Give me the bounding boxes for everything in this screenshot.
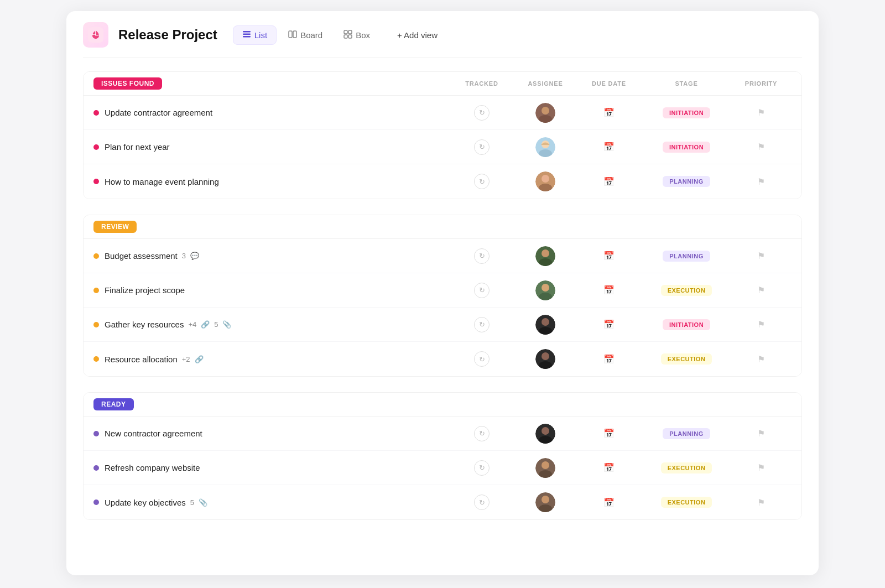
priority-cell: ⚑	[731, 176, 792, 187]
task-dot	[93, 356, 99, 362]
flag-icon[interactable]: ⚑	[757, 176, 765, 187]
table-row[interactable]: New contractor agreement ↻ 📅 PLANN	[84, 417, 801, 451]
stage-cell: INITIATION	[642, 319, 731, 330]
table-row[interactable]: How to manage event planning ↻ 📅 P	[84, 164, 801, 199]
svg-rect-8	[344, 35, 347, 38]
table-row[interactable]: Update contractor agreement ↻ 📅 IN	[84, 96, 801, 130]
task-dot	[93, 179, 99, 184]
table-row[interactable]: Refresh company website ↻ 📅 EXECUT	[84, 451, 801, 485]
add-view-button[interactable]: + Add view	[389, 27, 445, 44]
stage-badge[interactable]: PLANNING	[663, 428, 710, 439]
tracked-icon[interactable]: ↻	[474, 495, 490, 510]
tracked-icon[interactable]: ↻	[474, 139, 490, 155]
avatar[interactable]	[535, 492, 555, 512]
review-header-row: REVIEW	[84, 215, 801, 239]
flag-icon[interactable]: ⚑	[757, 251, 765, 261]
avatar[interactable]	[535, 315, 555, 335]
tracked-icon[interactable]: ↻	[474, 105, 490, 121]
issues-badge: ISSUES FOUND	[93, 77, 162, 90]
calendar-icon[interactable]: 📅	[603, 319, 615, 330]
tab-list[interactable]: List	[233, 25, 277, 45]
tab-board[interactable]: Board	[279, 25, 332, 45]
flag-icon[interactable]: ⚑	[757, 107, 765, 118]
avatar[interactable]	[535, 458, 555, 478]
calendar-icon[interactable]: 📅	[603, 285, 615, 295]
stage-cell: INITIATION	[642, 142, 731, 153]
task-name: Update key objectives 5 📎	[105, 498, 207, 507]
table-row[interactable]: Plan for next year ↻ 📅 INITIATION	[84, 130, 801, 164]
group-issues-found: ISSUES FOUND TRACKED ASSIGNEE DUE DATE S…	[83, 71, 802, 199]
tracked-icon[interactable]: ↻	[474, 317, 490, 332]
avatar[interactable]	[535, 280, 555, 300]
flag-icon[interactable]: ⚑	[757, 142, 765, 152]
tracked-icon[interactable]: ↻	[474, 351, 490, 367]
calendar-icon[interactable]: 📅	[603, 251, 615, 261]
avatar[interactable]	[535, 137, 555, 157]
tracked-icon[interactable]: ↻	[474, 426, 490, 441]
assignee-cell	[515, 246, 576, 266]
stage-badge[interactable]: INITIATION	[663, 142, 710, 153]
table-row[interactable]: Budget assessment 3 💬 ↻ 📅	[84, 239, 801, 273]
calendar-icon[interactable]: 📅	[603, 428, 615, 439]
col-assignee: ASSIGNEE	[515, 80, 576, 87]
calendar-icon[interactable]: 📅	[603, 354, 615, 365]
flag-icon[interactable]: ⚑	[757, 285, 765, 295]
calendar-icon[interactable]: 📅	[603, 462, 615, 473]
col-priority: PRIORITY	[731, 80, 792, 87]
review-table: REVIEW Budget assessment 3 💬 ↻	[83, 215, 802, 377]
table-row[interactable]: Gather key resources +4 🔗 5 📎 ↻	[84, 308, 801, 342]
issues-header-row: ISSUES FOUND TRACKED ASSIGNEE DUE DATE S…	[84, 72, 801, 96]
flag-icon[interactable]: ⚑	[757, 319, 765, 330]
task-name: How to manage event planning	[105, 177, 219, 186]
task-dot	[93, 431, 99, 436]
calendar-icon[interactable]: 📅	[603, 176, 615, 187]
stage-badge[interactable]: INITIATION	[663, 107, 710, 118]
stage-badge[interactable]: PLANNING	[663, 176, 710, 187]
avatar[interactable]	[535, 171, 555, 191]
flag-icon[interactable]: ⚑	[757, 428, 765, 439]
svg-rect-5	[293, 31, 296, 38]
svg-point-26	[542, 318, 549, 326]
tracked-icon[interactable]: ↻	[474, 460, 490, 476]
stage-badge[interactable]: EXECUTION	[661, 353, 712, 365]
avatar[interactable]	[535, 246, 555, 266]
tracked-icon[interactable]: ↻	[474, 248, 490, 264]
task-name: Plan for next year	[105, 142, 170, 152]
assignee-cell	[515, 171, 576, 191]
task-dot	[93, 499, 99, 505]
task-name: Gather key resources +4 🔗 5 📎	[105, 320, 231, 329]
task-name: New contractor agreement	[105, 429, 202, 438]
stage-badge[interactable]: EXECUTION	[661, 462, 712, 473]
avatar[interactable]	[535, 103, 555, 123]
due-date-cell: 📅	[576, 462, 642, 473]
app-icon	[83, 22, 108, 48]
tracked-icon[interactable]: ↻	[474, 283, 490, 298]
task-dot	[93, 253, 99, 259]
calendar-icon[interactable]: 📅	[603, 142, 615, 152]
flag-icon[interactable]: ⚑	[757, 462, 765, 473]
avatar[interactable]	[535, 349, 555, 369]
table-row[interactable]: Finalize project scope ↻ 📅 EXECUTI	[84, 273, 801, 308]
task-name-cell: Update contractor agreement	[93, 108, 449, 117]
table-row[interactable]: Update key objectives 5 📎 ↻	[84, 485, 801, 519]
task-dot	[93, 144, 99, 150]
avatar[interactable]	[535, 424, 555, 444]
stage-badge[interactable]: PLANNING	[663, 251, 710, 262]
flag-icon[interactable]: ⚑	[757, 354, 765, 365]
svg-point-11	[542, 107, 549, 115]
stage-badge[interactable]: EXECUTION	[661, 497, 712, 508]
task-attach-count: 5	[190, 498, 194, 507]
task-name-cell: Plan for next year	[93, 142, 449, 152]
task-dot	[93, 465, 99, 471]
table-row[interactable]: Resource allocation +2 🔗 ↻	[84, 342, 801, 376]
flag-icon[interactable]: ⚑	[757, 497, 765, 508]
calendar-icon[interactable]: 📅	[603, 107, 615, 118]
tab-box[interactable]: Box	[334, 25, 379, 45]
calendar-icon[interactable]: 📅	[603, 497, 615, 508]
tracked-cell: ↻	[449, 426, 515, 441]
stage-badge[interactable]: INITIATION	[663, 319, 710, 330]
assignee-cell	[515, 280, 576, 300]
stage-badge[interactable]: EXECUTION	[661, 285, 712, 296]
tracked-cell: ↻	[449, 495, 515, 510]
tracked-icon[interactable]: ↻	[474, 174, 490, 189]
